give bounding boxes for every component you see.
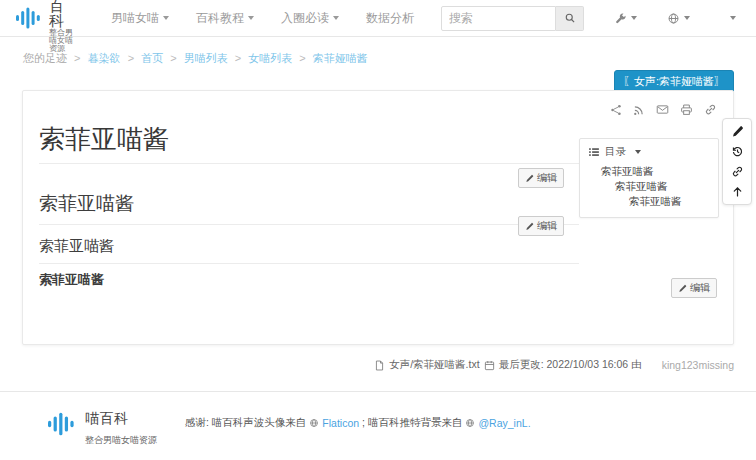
chevron-down-icon: [730, 16, 736, 20]
chevron-down-icon: [631, 16, 637, 20]
section-edit-button[interactable]: 编辑: [518, 168, 564, 188]
list-icon: [588, 146, 600, 158]
search-button[interactable]: [556, 6, 584, 31]
pencil-icon: [678, 284, 687, 293]
top-navbar: 喵百科 整合男喵女喵资源 男喵女喵 百科教程 入圈必读 数据分析: [0, 0, 756, 37]
breadcrumb-link[interactable]: 索菲娅喵酱: [313, 52, 368, 64]
meta-modified: 最后更改: 2022/10/03 16:06 由: [499, 358, 642, 372]
breadcrumb-link[interactable]: 女喵列表: [248, 52, 292, 64]
wrench-icon: [614, 12, 627, 25]
calendar-icon: [484, 360, 495, 371]
share-toolbar: [610, 103, 717, 116]
table-of-contents: 目录 索菲亚喵酱 索菲亚喵酱 索菲亚喵酱: [579, 138, 719, 218]
footer-credits: 感谢: 喵百科声波头像来自 Flaticon ; 喵百科推特背景来自 @Ray_…: [185, 416, 531, 430]
history-icon[interactable]: [731, 145, 744, 158]
toc-item[interactable]: 索菲亚喵酱: [580, 194, 718, 209]
rss-icon[interactable]: [633, 104, 645, 116]
section-heading-2: 索菲亚喵酱: [39, 191, 579, 225]
tools-menu[interactable]: [614, 12, 637, 25]
globe-icon: [309, 418, 319, 428]
brand-subtitle: 整合男喵女喵资源: [49, 29, 73, 53]
permalink-icon[interactable]: [704, 103, 717, 116]
breadcrumb-link[interactable]: 首页: [141, 52, 163, 64]
pencil-icon: [525, 222, 534, 231]
nav-item-data-analysis[interactable]: 数据分析: [366, 10, 414, 27]
search-input[interactable]: [441, 6, 556, 31]
globe-icon: [465, 418, 475, 428]
section-edit-button[interactable]: 编辑: [518, 216, 564, 236]
meta-user: king123missing: [662, 359, 734, 371]
document-icon: [374, 360, 385, 371]
section-heading-3: 索菲亚喵酱: [39, 237, 579, 264]
nav-item-tutorials[interactable]: 百科教程: [196, 10, 254, 27]
section-edit-button[interactable]: 编辑: [671, 278, 717, 298]
ray-twitter-link[interactable]: @Ray_inL.: [478, 417, 530, 429]
chevron-down-icon: [163, 16, 169, 20]
pencil-icon: [525, 174, 534, 183]
soundwave-logo-icon: [48, 412, 76, 436]
page-footer: 喵百科 整合男喵女喵资源 感谢: 喵百科声波头像来自 Flaticon ; 喵百…: [0, 391, 756, 460]
edit-page-icon[interactable]: [731, 125, 744, 138]
brand-logo[interactable]: 喵百科 整合男喵女喵资源: [16, 0, 73, 53]
backlinks-icon[interactable]: [731, 165, 744, 178]
search-icon: [564, 12, 576, 24]
globe-icon: [667, 12, 680, 25]
brand-text: 喵百科 整合男喵女喵资源: [49, 0, 73, 53]
flaticon-link[interactable]: Flaticon: [322, 417, 359, 429]
page-meta: 女声/索菲娅喵酱.txt 最后更改: 2022/10/03 16:06 由 ki…: [374, 358, 734, 372]
search-bar: [441, 6, 584, 31]
breadcrumb-label: 您的足迹: [23, 52, 67, 64]
nav-item-must-read[interactable]: 入圈必读: [281, 10, 339, 27]
share-icon[interactable]: [610, 104, 622, 116]
page-title: 索菲亚喵酱: [39, 123, 579, 164]
back-to-top-icon[interactable]: [731, 185, 744, 198]
toc-header[interactable]: 目录: [580, 139, 718, 164]
chevron-down-icon: [248, 16, 254, 20]
chevron-down-icon: [333, 16, 339, 20]
footer-brand[interactable]: 喵百科 整合男喵女喵资源: [48, 410, 157, 447]
chevron-down-icon: [684, 16, 690, 20]
content-card: 索菲亚喵酱 目录 索菲亚喵酱 索菲亚喵酱 索菲亚喵酱 编辑 索菲亚喵酱 编辑 索…: [22, 90, 734, 345]
credits-middle: ; 喵百科推特背景来自: [362, 416, 462, 430]
footer-brand-title: 喵百科: [85, 410, 157, 428]
user-menu[interactable]: [726, 16, 736, 20]
breadcrumb-link[interactable]: 暮染欲: [88, 52, 121, 64]
soundwave-logo-icon: [16, 7, 42, 29]
nav-items: 男喵女喵 百科教程 入圈必读 数据分析: [111, 10, 441, 27]
chevron-down-icon: [635, 150, 641, 154]
meta-filename: 女声/索菲娅喵酱.txt: [389, 358, 479, 372]
footer-brand-subtitle: 整合男喵女喵资源: [85, 434, 157, 447]
toc-title: 目录: [605, 145, 626, 159]
toc-item[interactable]: 索菲亚喵酱: [580, 164, 718, 179]
section-heading-4: 索菲亚喵酱: [39, 271, 104, 289]
language-menu[interactable]: [667, 12, 690, 25]
footer-brand-text: 喵百科 整合男喵女喵资源: [85, 410, 157, 447]
nav-item-male-female[interactable]: 男喵女喵: [111, 10, 169, 27]
breadcrumb: 您的足迹 > 暮染欲 > 首页 > 男喵列表 > 女喵列表 > 索菲娅喵酱: [23, 51, 734, 66]
email-icon[interactable]: [656, 103, 669, 116]
breadcrumb-link[interactable]: 男喵列表: [184, 52, 228, 64]
brand-title: 喵百科: [49, 0, 73, 28]
credits-prefix: 感谢: 喵百科声波头像来自: [185, 416, 306, 430]
toc-item[interactable]: 索菲亚喵酱: [580, 179, 718, 194]
print-icon[interactable]: [680, 103, 693, 116]
page-tools-sidebar: [722, 118, 752, 205]
